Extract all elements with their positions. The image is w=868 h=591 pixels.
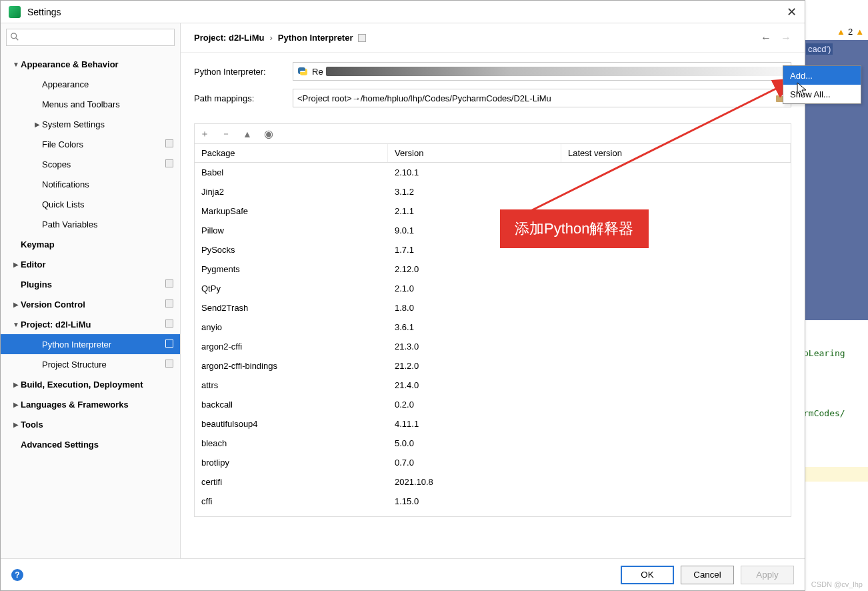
table-row[interactable]: certifi2021.10.8 (195, 472, 791, 492)
sidebar-item[interactable]: Project Structure (1, 354, 180, 374)
watermark: CSDN @cv_lhp (811, 580, 863, 588)
table-row[interactable]: MarkupSafe2.1.1 (195, 201, 791, 221)
reset-icon[interactable] (165, 279, 173, 287)
chevron-down-icon: ▼ (11, 321, 21, 328)
warning-count: 2 (848, 27, 853, 37)
sidebar-item[interactable]: Menus and Toolbars (1, 94, 180, 114)
warning-badge: ▲ 2 ▲ (837, 27, 864, 37)
path-mappings-field[interactable]: <Project root>→/home/hpluo/lhp/Codes/Pyc… (293, 89, 791, 107)
search-input[interactable] (6, 29, 175, 46)
breadcrumb: Project: d2l-LiMu › Python Interpreter ←… (181, 23, 805, 53)
sidebar-item[interactable]: ▼Appearance & Behavior (1, 54, 180, 74)
sidebar-item-label: Languages & Frameworks (21, 400, 180, 410)
table-row[interactable]: argon2-cffi-bindings21.2.0 (195, 356, 791, 376)
package-version: 2.10.1 (388, 167, 561, 177)
table-row[interactable]: anyio3.6.1 (195, 318, 791, 337)
package-name: PySocks (195, 245, 388, 255)
package-version: 0.7.0 (388, 458, 561, 468)
back-icon[interactable]: ← (761, 32, 771, 44)
sidebar-item-label: Appearance & Behavior (21, 59, 180, 69)
table-row[interactable]: Jinja23.1.2 (195, 182, 791, 201)
reset-icon[interactable] (165, 340, 173, 348)
menu-show-all[interactable]: Show All... (783, 85, 861, 103)
table-row[interactable]: Pygments2.12.0 (195, 259, 791, 279)
sidebar-item[interactable]: Python Interpreter (1, 334, 180, 354)
editor-fragment-2: rmCodes/ (803, 408, 868, 418)
package-version: 3.1.2 (388, 187, 561, 197)
reset-icon[interactable] (165, 320, 173, 328)
package-version: 21.2.0 (388, 361, 561, 371)
table-row[interactable]: backcall0.2.0 (195, 395, 791, 414)
apply-button[interactable]: Apply (741, 566, 794, 584)
sidebar-item[interactable]: ▶Version Control (1, 294, 180, 314)
sidebar-item[interactable]: ▶Languages & Frameworks (1, 394, 180, 414)
table-row[interactable]: attrs21.4.0 (195, 376, 791, 395)
reset-icon[interactable] (165, 360, 173, 368)
annotation-callout: 添加Python解释器 (500, 209, 649, 248)
table-row[interactable]: bleach5.0.0 (195, 434, 791, 453)
reset-icon[interactable] (165, 300, 173, 308)
settings-tree: ▼Appearance & BehaviorAppearanceMenus an… (1, 51, 180, 558)
chevron-right-icon: ▶ (11, 301, 21, 308)
table-row[interactable]: chardet4.0.0 (195, 511, 791, 516)
package-name: brotlipy (195, 458, 388, 468)
main-panel: Project: d2l-LiMu › Python Interpreter ←… (181, 23, 805, 558)
package-name: backcall (195, 400, 388, 410)
sidebar-item[interactable]: Notifications (1, 174, 180, 194)
table-row[interactable]: brotlipy0.7.0 (195, 453, 791, 472)
sidebar-item-label: Notifications (42, 179, 180, 189)
table-row[interactable]: Pillow9.0.1 (195, 221, 791, 240)
search-box (6, 29, 175, 46)
add-package-icon[interactable]: ＋ (200, 128, 209, 140)
sidebar-item[interactable]: ▶Tools (1, 414, 180, 434)
window-title: Settings (27, 7, 787, 17)
package-name: argon2-cffi-bindings (195, 361, 388, 371)
table-row[interactable]: argon2-cffi21.3.0 (195, 337, 791, 356)
upgrade-package-icon[interactable]: ▲ (243, 129, 252, 139)
sidebar-item-label: Plugins (21, 279, 180, 289)
remove-package-icon[interactable]: － (221, 128, 231, 140)
forward-icon[interactable]: → (781, 32, 791, 44)
interpreter-dropdown[interactable]: Re (293, 62, 791, 81)
sidebar-item[interactable]: Quick Lists (1, 194, 180, 214)
warning-icon: ▲ (837, 27, 845, 37)
reset-icon[interactable] (358, 34, 366, 42)
reset-icon[interactable] (165, 159, 173, 167)
sidebar-item[interactable]: Plugins (1, 274, 180, 294)
header-package[interactable]: Package (195, 144, 388, 162)
sidebar-item[interactable]: ▶Build, Execution, Deployment (1, 374, 180, 394)
header-version[interactable]: Version (388, 144, 561, 162)
table-row[interactable]: beautifulsoup44.11.1 (195, 414, 791, 434)
sidebar-item[interactable]: Path Variables (1, 214, 180, 234)
show-early-releases-icon[interactable]: ◉ (264, 127, 273, 140)
sidebar-item[interactable]: ▶Editor (1, 254, 180, 274)
sidebar-item[interactable]: File Colors (1, 134, 180, 154)
table-row[interactable]: Send2Trash1.8.0 (195, 298, 791, 318)
sidebar-item-label: Tools (21, 420, 180, 430)
help-icon[interactable]: ? (11, 569, 23, 581)
reset-icon[interactable] (165, 139, 173, 147)
sidebar-item-label: Path Variables (42, 219, 180, 229)
close-icon[interactable]: ✕ (787, 5, 797, 19)
search-icon (10, 32, 19, 41)
table-row[interactable]: QtPy2.1.0 (195, 279, 791, 298)
package-name: cffi (195, 496, 388, 506)
table-row[interactable]: Babel2.10.1 (195, 163, 791, 182)
package-toolbar: ＋ － ▲ ◉ (194, 123, 791, 143)
sidebar-item-label: Build, Execution, Deployment (21, 380, 180, 390)
sidebar-item[interactable]: Keymap (1, 234, 180, 254)
table-row[interactable]: cffi1.15.0 (195, 492, 791, 511)
table-row[interactable]: PySocks1.7.1 (195, 240, 791, 259)
header-latest[interactable]: Latest version (561, 144, 791, 162)
sidebar-item[interactable]: ▼Project: d2l-LiMu (1, 314, 180, 334)
sidebar-item-label: Menus and Toolbars (42, 99, 180, 109)
editor-highlight (803, 467, 868, 482)
menu-add[interactable]: Add... (783, 66, 861, 85)
ok-button[interactable]: OK (621, 566, 674, 584)
sidebar-item[interactable]: Advanced Settings (1, 434, 180, 454)
cancel-button[interactable]: Cancel (681, 566, 734, 584)
sidebar-item[interactable]: Appearance (1, 74, 180, 94)
sidebar-item[interactable]: ▶System Settings (1, 114, 180, 134)
sidebar-item[interactable]: Scopes (1, 154, 180, 174)
breadcrumb-project[interactable]: Project: d2l-LiMu (194, 33, 264, 43)
